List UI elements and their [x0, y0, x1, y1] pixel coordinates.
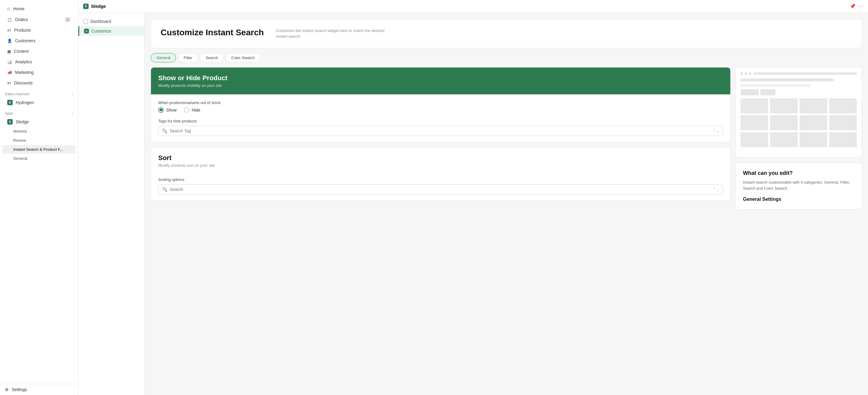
- secondary-nav-customize[interactable]: S Customize: [79, 26, 144, 36]
- sidebar-item-content[interactable]: ▦ Content: [2, 46, 76, 56]
- sorting-search-input[interactable]: [170, 187, 711, 192]
- sorting-search-wrap[interactable]: 🔍 ⌃⌄: [158, 184, 723, 194]
- tabs-row: General Filter Search Color Swatch: [151, 53, 862, 62]
- sort-card-header: Sort Modify products sort on your site: [151, 147, 730, 171]
- app-panel: S Sledge 📌 ··· Dashboard S Customize Cus…: [79, 0, 868, 395]
- mockup-cell-6: [770, 115, 798, 130]
- sidebar-item-customers[interactable]: 👤 Customers: [2, 36, 76, 46]
- hydrogen-label: Hydrogen: [16, 100, 34, 105]
- sidebar-products-label: Products: [14, 28, 31, 33]
- sidebar-item-products[interactable]: 🏷 Products: [2, 25, 76, 35]
- sidebar-item-instant-search[interactable]: Instant Search & Product F...: [2, 145, 76, 154]
- search-tag-input[interactable]: [170, 128, 711, 133]
- what-can-you-edit-title: What can you edit?: [743, 170, 855, 176]
- mockup-cell-1: [741, 98, 768, 113]
- show-hide-card: Show or Hide Product Modify products vis…: [151, 67, 731, 142]
- page-description: Customize the instant search widget view…: [276, 28, 390, 39]
- mockup-cell-10: [770, 132, 798, 147]
- topbar-logo: S Sledge: [83, 4, 847, 9]
- secondary-dashboard-label: Dashboard: [90, 19, 111, 24]
- show-radio-button[interactable]: [158, 107, 164, 113]
- sidebar-item-sledge[interactable]: S Sledge: [2, 117, 76, 127]
- tags-label: Tags for hide products: [158, 119, 723, 123]
- hide-radio-label[interactable]: Hide: [184, 107, 200, 113]
- sort-subtitle: Modify products sort on your site: [158, 163, 723, 168]
- secondary-nav-dashboard[interactable]: Dashboard: [79, 17, 144, 26]
- sidebar-item-wishlist[interactable]: Wishlist: [2, 127, 76, 136]
- show-hide-subtitle: Modify products visibility on your site: [158, 83, 723, 88]
- show-hide-title: Show or Hide Product: [158, 74, 723, 82]
- left-sidebar: ⌂ Home 📋 Orders 1 🏷 Products 👤 Customers…: [0, 0, 79, 395]
- dashboard-icon: [83, 19, 88, 24]
- sidebar-item-marketing[interactable]: 📣 Marketing: [2, 67, 76, 78]
- secondary-sidebar: Dashboard S Customize: [79, 13, 145, 395]
- general-settings-title: General Settings: [743, 196, 855, 202]
- hide-label: Hide: [192, 108, 200, 113]
- header-card: Customize Instant Search Customize the i…: [151, 19, 862, 48]
- main-content: Customize Instant Search Customize the i…: [145, 13, 868, 395]
- select-arrow-icon: ⌃⌄: [713, 129, 719, 133]
- page-title: Customize Instant Search: [161, 28, 264, 37]
- preview-mockup: [741, 72, 857, 147]
- what-can-you-edit-text: Instant search customizable with 4 categ…: [743, 179, 855, 192]
- more-icon[interactable]: ···: [859, 4, 863, 9]
- sidebar-item-home[interactable]: ⌂ Home: [2, 3, 76, 14]
- show-radio-label[interactable]: Show: [158, 107, 177, 113]
- radio-group-label: When products/variants out of stock: [158, 100, 723, 105]
- show-label: Show: [166, 108, 177, 113]
- sidebar-home-label: Home: [13, 6, 24, 11]
- tab-filter[interactable]: Filter: [178, 53, 198, 62]
- mockup-bar: [741, 79, 834, 82]
- sidebar-item-orders[interactable]: 📋 Orders 1: [2, 14, 76, 25]
- show-hide-card-header: Show or Hide Product Modify products vis…: [151, 67, 730, 94]
- left-column: Show or Hide Product Modify products vis…: [151, 67, 731, 210]
- info-card: What can you edit? Instant search custom…: [735, 162, 862, 210]
- hydrogen-icon: H: [7, 100, 13, 105]
- sidebar-item-analytics[interactable]: 📊 Analytics: [2, 57, 76, 67]
- sidebar-item-discounts[interactable]: 🏷 Discounts: [2, 78, 76, 88]
- sales-channels-section[interactable]: Sales channels ›: [0, 88, 78, 97]
- mockup-cell-8: [829, 115, 857, 130]
- sledge-app-icon: S: [7, 119, 13, 124]
- preview-card: [735, 67, 862, 158]
- sidebar-orders-label: Orders: [15, 17, 28, 22]
- app-name-label: Sledge: [91, 4, 106, 9]
- sort-select-arrow-icon: ⌃⌄: [713, 187, 719, 191]
- mockup-cell-7: [800, 115, 827, 130]
- sort-search-icon: 🔍: [162, 187, 167, 192]
- sledge-label: Sledge: [16, 119, 29, 124]
- right-panel: What can you edit? Instant search custom…: [735, 67, 862, 210]
- sidebar-analytics-label: Analytics: [15, 59, 32, 64]
- content-columns: Show or Hide Product Modify products vis…: [151, 67, 862, 210]
- show-hide-card-body: When products/variants out of stock Show: [151, 94, 730, 142]
- sales-channels-label: Sales channels: [5, 92, 29, 96]
- apps-section[interactable]: Apps ›: [0, 108, 78, 117]
- sidebar-item-settings[interactable]: ⚙ Settings: [0, 384, 78, 395]
- search-tag-input-wrap[interactable]: 🔍 ⌃⌄: [158, 126, 723, 136]
- search-icon: 🔍: [162, 128, 167, 133]
- sidebar-item-hydrogen[interactable]: H Hydrogen: [2, 98, 76, 107]
- sidebar-item-general-app[interactable]: General: [2, 154, 76, 163]
- sidebar-item-review[interactable]: Review: [2, 136, 76, 145]
- sidebar-customers-label: Customers: [15, 38, 36, 43]
- hide-radio-button[interactable]: [184, 107, 189, 113]
- tab-general[interactable]: General: [151, 53, 176, 62]
- mockup-cell-11: [800, 132, 827, 147]
- sort-card: Sort Modify products sort on your site S…: [151, 147, 731, 201]
- secondary-customize-label: Customize: [91, 29, 111, 33]
- orders-badge: 1: [64, 17, 71, 22]
- mockup-grid: [741, 98, 857, 147]
- tab-search[interactable]: Search: [200, 53, 224, 62]
- pin-icon[interactable]: 📌: [849, 3, 856, 9]
- customize-icon: S: [84, 29, 89, 33]
- radio-group: Show Hide: [158, 107, 723, 113]
- mockup-cell-12: [829, 132, 857, 147]
- sidebar-content-label: Content: [14, 49, 29, 54]
- topbar-actions: 📌 ···: [849, 3, 863, 9]
- sidebar-marketing-label: Marketing: [15, 70, 33, 75]
- mockup-cell-2: [770, 98, 798, 113]
- tab-color-swatch[interactable]: Color Swatch: [225, 53, 260, 62]
- mockup-cell-9: [741, 132, 768, 147]
- layout-row: Dashboard S Customize Customize Instant …: [79, 13, 868, 395]
- sort-title: Sort: [158, 154, 723, 162]
